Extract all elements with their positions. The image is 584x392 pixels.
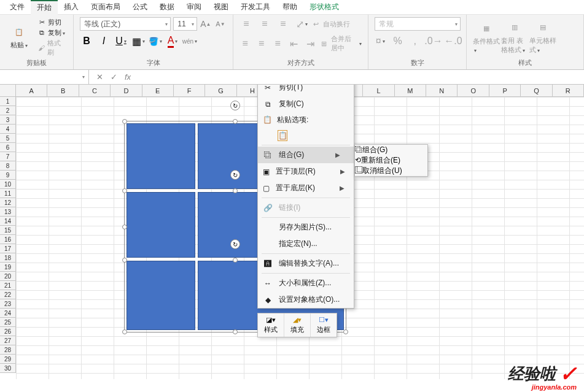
wrap-text-button[interactable]: ↩ 自动换行 <box>313 20 350 29</box>
row-header[interactable]: 8 <box>0 161 15 171</box>
resize-handle[interactable] <box>233 188 238 193</box>
copy-button[interactable]: ⧉复制 <box>37 28 67 38</box>
enter-formula-button[interactable]: ✓ <box>111 72 117 82</box>
row-header[interactable]: 16 <box>0 235 15 244</box>
row-header[interactable]: 25 <box>0 318 15 327</box>
row-header[interactable]: 14 <box>0 217 15 226</box>
row-header[interactable]: 29 <box>0 355 15 364</box>
align-right-button[interactable]: ≡ <box>272 37 284 50</box>
resize-handle[interactable] <box>343 329 348 334</box>
tab-help[interactable]: 帮助 <box>276 0 303 15</box>
indent-inc-button[interactable]: ⇥ <box>305 37 316 50</box>
row-header[interactable]: 18 <box>0 253 15 263</box>
row-header[interactable]: 13 <box>0 207 15 217</box>
font-color-button[interactable]: A <box>166 34 179 48</box>
fx-button[interactable]: fx <box>125 72 131 82</box>
row-header[interactable]: 21 <box>0 281 15 290</box>
conditional-format-button[interactable]: ▦条件格式 <box>473 21 500 53</box>
indent-dec-button[interactable]: ⇤ <box>289 37 300 50</box>
row-header[interactable]: 20 <box>0 272 15 281</box>
row-header[interactable]: 17 <box>0 244 15 253</box>
increase-font-button[interactable]: A▲ <box>200 17 212 31</box>
cell-styles-button[interactable]: ▤单元格样式 <box>529 20 556 55</box>
align-top-button[interactable]: ≡ <box>239 17 253 31</box>
col-header[interactable]: E <box>142 85 174 96</box>
col-header[interactable]: C <box>79 85 111 96</box>
row-header[interactable]: 28 <box>0 345 15 355</box>
tab-home[interactable]: 开始 <box>31 0 58 15</box>
resize-handle[interactable] <box>122 188 127 193</box>
align-center-button[interactable]: ≡ <box>256 37 268 50</box>
ctx-paste-option[interactable]: 📋 <box>258 127 354 144</box>
ctx-link[interactable]: 🔗链接(I) <box>258 199 354 216</box>
col-header[interactable]: O <box>457 85 489 96</box>
resize-handle[interactable] <box>122 119 127 124</box>
name-box[interactable]: ▾ <box>0 70 89 84</box>
align-left-button[interactable]: ≡ <box>239 37 251 50</box>
col-header[interactable]: L <box>363 85 394 96</box>
resize-handle[interactable] <box>233 119 238 124</box>
inc-decimal-button[interactable]: .0→ <box>427 34 440 48</box>
row-header[interactable]: 12 <box>0 198 15 207</box>
percent-button[interactable]: % <box>392 34 403 48</box>
merge-center-button[interactable]: ⊞ 合并后居中 <box>321 34 362 53</box>
orientation-button[interactable]: ⤢ <box>295 17 308 31</box>
row-header[interactable]: 1 <box>0 97 15 106</box>
number-format-select[interactable]: 常规 <box>375 17 461 31</box>
rotate-handle[interactable]: ↻ <box>230 170 240 180</box>
resize-handle[interactable] <box>122 258 127 263</box>
row-header[interactable]: 23 <box>0 299 15 309</box>
resize-handle[interactable] <box>122 329 127 334</box>
border-button[interactable]: ▦ <box>131 34 145 48</box>
row-header[interactable]: 15 <box>0 226 15 235</box>
ctx-format-object[interactable]: ◆设置对象格式(O)... <box>258 291 354 308</box>
col-header[interactable]: D <box>111 85 142 96</box>
tab-insert[interactable]: 插入 <box>58 0 85 15</box>
format-table-button[interactable]: ▥套用 表格格式 <box>501 20 528 55</box>
row-header[interactable]: 3 <box>0 115 15 125</box>
ctx-group[interactable]: ⿻组合(G)▶ <box>258 147 354 163</box>
row-header[interactable]: 6 <box>0 143 15 152</box>
row-header[interactable]: 2 <box>0 106 15 115</box>
row-header[interactable]: 5 <box>0 134 15 143</box>
ctx-size-props[interactable]: ↔大小和属性(Z)... <box>258 275 354 291</box>
col-header[interactable]: A <box>16 85 47 96</box>
col-header[interactable]: P <box>489 85 521 96</box>
tab-review[interactable]: 审阅 <box>181 0 208 15</box>
col-header[interactable]: M <box>395 85 426 96</box>
rotate-handle[interactable]: ↻ <box>230 101 240 110</box>
tab-file[interactable]: 文件 <box>4 0 31 15</box>
ctx-bring-front[interactable]: ▣置于顶层(R)▶ <box>258 163 354 180</box>
cancel-formula-button[interactable]: ✕ <box>96 72 103 82</box>
tab-shape-format[interactable]: 形状格式 <box>303 0 345 15</box>
ctx-save-picture[interactable]: 另存为图片(S)... <box>258 219 354 236</box>
sub-regroup[interactable]: ⟲重新组合(E) <box>355 155 427 166</box>
bold-button[interactable]: B <box>80 34 93 48</box>
accounting-format-button[interactable]: ¤ <box>375 34 386 48</box>
fill-color-button[interactable]: 🪣 <box>149 34 162 48</box>
underline-button[interactable]: U <box>114 34 128 48</box>
font-face-select[interactable]: 等线 (正文) <box>80 17 171 31</box>
resize-handle[interactable] <box>233 258 238 263</box>
cut-button[interactable]: ✂剪切 <box>37 18 67 28</box>
row-header[interactable]: 7 <box>0 152 15 161</box>
resize-handle[interactable] <box>233 329 238 334</box>
tab-data[interactable]: 数据 <box>154 0 181 15</box>
format-painter-button[interactable]: 🖌格式刷 <box>37 39 67 57</box>
resize-handle[interactable] <box>122 225 127 229</box>
ctx-send-back[interactable]: ▢置于底层(K)▶ <box>258 180 354 196</box>
comma-button[interactable]: , <box>410 34 421 48</box>
row-header[interactable]: 27 <box>0 336 15 345</box>
tab-formulas[interactable]: 公式 <box>127 0 154 15</box>
tab-view[interactable]: 视图 <box>208 0 235 15</box>
name-box-input[interactable] <box>4 73 82 82</box>
rotate-handle[interactable]: ↻ <box>230 239 240 249</box>
select-all-corner[interactable] <box>0 85 16 97</box>
col-header[interactable]: G <box>205 85 236 96</box>
phonetic-button[interactable]: wén <box>183 34 197 48</box>
italic-button[interactable]: I <box>97 34 111 48</box>
col-header[interactable]: Q <box>521 85 552 96</box>
col-header[interactable]: R <box>553 85 584 96</box>
align-bottom-button[interactable]: ≡ <box>276 17 290 31</box>
ctx-cut[interactable]: ✂剪切(T) <box>258 85 354 96</box>
